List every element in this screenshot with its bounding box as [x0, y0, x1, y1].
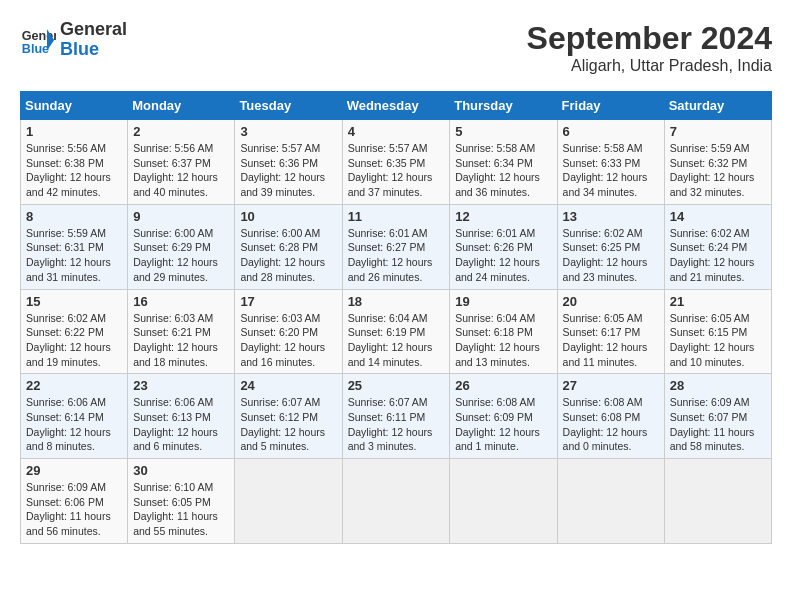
day-info: Sunrise: 6:01 AM Sunset: 6:26 PM Dayligh…	[455, 226, 551, 285]
day-number: 14	[670, 209, 766, 224]
calendar-cell	[342, 459, 450, 544]
day-info: Sunrise: 5:58 AM Sunset: 6:33 PM Dayligh…	[563, 141, 659, 200]
day-number: 1	[26, 124, 122, 139]
calendar-cell: 3Sunrise: 5:57 AM Sunset: 6:36 PM Daylig…	[235, 120, 342, 205]
calendar-cell: 9Sunrise: 6:00 AM Sunset: 6:29 PM Daylig…	[128, 204, 235, 289]
day-number: 24	[240, 378, 336, 393]
day-number: 11	[348, 209, 445, 224]
calendar-cell: 5Sunrise: 5:58 AM Sunset: 6:34 PM Daylig…	[450, 120, 557, 205]
page-subtitle: Aligarh, Uttar Pradesh, India	[527, 57, 772, 75]
calendar-week-1: 1Sunrise: 5:56 AM Sunset: 6:38 PM Daylig…	[21, 120, 772, 205]
day-header-thursday: Thursday	[450, 92, 557, 120]
calendar-cell: 20Sunrise: 6:05 AM Sunset: 6:17 PM Dayli…	[557, 289, 664, 374]
calendar-cell: 28Sunrise: 6:09 AM Sunset: 6:07 PM Dayli…	[664, 374, 771, 459]
calendar-cell: 12Sunrise: 6:01 AM Sunset: 6:26 PM Dayli…	[450, 204, 557, 289]
day-number: 2	[133, 124, 229, 139]
calendar-cell	[235, 459, 342, 544]
day-number: 8	[26, 209, 122, 224]
day-number: 23	[133, 378, 229, 393]
calendar-cell	[557, 459, 664, 544]
header: General Blue General Blue September 2024…	[20, 20, 772, 75]
day-info: Sunrise: 6:06 AM Sunset: 6:13 PM Dayligh…	[133, 395, 229, 454]
day-number: 18	[348, 294, 445, 309]
day-info: Sunrise: 6:08 AM Sunset: 6:08 PM Dayligh…	[563, 395, 659, 454]
day-info: Sunrise: 6:00 AM Sunset: 6:29 PM Dayligh…	[133, 226, 229, 285]
day-info: Sunrise: 6:07 AM Sunset: 6:12 PM Dayligh…	[240, 395, 336, 454]
day-info: Sunrise: 6:02 AM Sunset: 6:25 PM Dayligh…	[563, 226, 659, 285]
day-number: 29	[26, 463, 122, 478]
svg-text:Blue: Blue	[22, 41, 49, 55]
calendar-cell	[450, 459, 557, 544]
title-area: September 2024 Aligarh, Uttar Pradesh, I…	[527, 20, 772, 75]
day-info: Sunrise: 6:04 AM Sunset: 6:19 PM Dayligh…	[348, 311, 445, 370]
day-number: 13	[563, 209, 659, 224]
calendar-cell: 13Sunrise: 6:02 AM Sunset: 6:25 PM Dayli…	[557, 204, 664, 289]
calendar-cell: 24Sunrise: 6:07 AM Sunset: 6:12 PM Dayli…	[235, 374, 342, 459]
logo-icon: General Blue	[20, 22, 56, 58]
calendar-cell: 23Sunrise: 6:06 AM Sunset: 6:13 PM Dayli…	[128, 374, 235, 459]
calendar-cell: 27Sunrise: 6:08 AM Sunset: 6:08 PM Dayli…	[557, 374, 664, 459]
day-number: 5	[455, 124, 551, 139]
calendar-cell: 19Sunrise: 6:04 AM Sunset: 6:18 PM Dayli…	[450, 289, 557, 374]
calendar-week-5: 29Sunrise: 6:09 AM Sunset: 6:06 PM Dayli…	[21, 459, 772, 544]
calendar-cell: 18Sunrise: 6:04 AM Sunset: 6:19 PM Dayli…	[342, 289, 450, 374]
calendar-cell: 15Sunrise: 6:02 AM Sunset: 6:22 PM Dayli…	[21, 289, 128, 374]
day-number: 4	[348, 124, 445, 139]
day-info: Sunrise: 6:07 AM Sunset: 6:11 PM Dayligh…	[348, 395, 445, 454]
day-info: Sunrise: 5:58 AM Sunset: 6:34 PM Dayligh…	[455, 141, 551, 200]
day-number: 6	[563, 124, 659, 139]
calendar-cell: 17Sunrise: 6:03 AM Sunset: 6:20 PM Dayli…	[235, 289, 342, 374]
day-info: Sunrise: 6:03 AM Sunset: 6:20 PM Dayligh…	[240, 311, 336, 370]
day-number: 3	[240, 124, 336, 139]
calendar-cell: 14Sunrise: 6:02 AM Sunset: 6:24 PM Dayli…	[664, 204, 771, 289]
calendar-week-4: 22Sunrise: 6:06 AM Sunset: 6:14 PM Dayli…	[21, 374, 772, 459]
day-header-tuesday: Tuesday	[235, 92, 342, 120]
day-header-wednesday: Wednesday	[342, 92, 450, 120]
day-number: 15	[26, 294, 122, 309]
day-info: Sunrise: 6:04 AM Sunset: 6:18 PM Dayligh…	[455, 311, 551, 370]
calendar-cell: 1Sunrise: 5:56 AM Sunset: 6:38 PM Daylig…	[21, 120, 128, 205]
day-number: 7	[670, 124, 766, 139]
calendar-cell: 30Sunrise: 6:10 AM Sunset: 6:05 PM Dayli…	[128, 459, 235, 544]
day-info: Sunrise: 5:59 AM Sunset: 6:32 PM Dayligh…	[670, 141, 766, 200]
calendar-cell: 10Sunrise: 6:00 AM Sunset: 6:28 PM Dayli…	[235, 204, 342, 289]
day-info: Sunrise: 6:02 AM Sunset: 6:22 PM Dayligh…	[26, 311, 122, 370]
logo-text: General Blue	[60, 20, 127, 60]
day-header-sunday: Sunday	[21, 92, 128, 120]
day-info: Sunrise: 6:01 AM Sunset: 6:27 PM Dayligh…	[348, 226, 445, 285]
day-header-monday: Monday	[128, 92, 235, 120]
calendar-cell: 25Sunrise: 6:07 AM Sunset: 6:11 PM Dayli…	[342, 374, 450, 459]
day-info: Sunrise: 6:09 AM Sunset: 6:07 PM Dayligh…	[670, 395, 766, 454]
day-number: 28	[670, 378, 766, 393]
day-info: Sunrise: 6:10 AM Sunset: 6:05 PM Dayligh…	[133, 480, 229, 539]
day-number: 16	[133, 294, 229, 309]
day-info: Sunrise: 6:06 AM Sunset: 6:14 PM Dayligh…	[26, 395, 122, 454]
calendar-cell	[664, 459, 771, 544]
day-info: Sunrise: 6:03 AM Sunset: 6:21 PM Dayligh…	[133, 311, 229, 370]
day-info: Sunrise: 6:05 AM Sunset: 6:17 PM Dayligh…	[563, 311, 659, 370]
day-number: 21	[670, 294, 766, 309]
page-title: September 2024	[527, 20, 772, 57]
day-number: 9	[133, 209, 229, 224]
day-number: 26	[455, 378, 551, 393]
day-number: 19	[455, 294, 551, 309]
calendar-cell: 29Sunrise: 6:09 AM Sunset: 6:06 PM Dayli…	[21, 459, 128, 544]
calendar-cell: 7Sunrise: 5:59 AM Sunset: 6:32 PM Daylig…	[664, 120, 771, 205]
day-info: Sunrise: 5:56 AM Sunset: 6:38 PM Dayligh…	[26, 141, 122, 200]
calendar-cell: 21Sunrise: 6:05 AM Sunset: 6:15 PM Dayli…	[664, 289, 771, 374]
day-number: 30	[133, 463, 229, 478]
calendar-week-3: 15Sunrise: 6:02 AM Sunset: 6:22 PM Dayli…	[21, 289, 772, 374]
calendar-cell: 26Sunrise: 6:08 AM Sunset: 6:09 PM Dayli…	[450, 374, 557, 459]
day-info: Sunrise: 6:08 AM Sunset: 6:09 PM Dayligh…	[455, 395, 551, 454]
day-number: 25	[348, 378, 445, 393]
calendar-cell: 16Sunrise: 6:03 AM Sunset: 6:21 PM Dayli…	[128, 289, 235, 374]
day-info: Sunrise: 6:00 AM Sunset: 6:28 PM Dayligh…	[240, 226, 336, 285]
day-header-friday: Friday	[557, 92, 664, 120]
calendar-week-2: 8Sunrise: 5:59 AM Sunset: 6:31 PM Daylig…	[21, 204, 772, 289]
calendar-cell: 8Sunrise: 5:59 AM Sunset: 6:31 PM Daylig…	[21, 204, 128, 289]
calendar-cell: 2Sunrise: 5:56 AM Sunset: 6:37 PM Daylig…	[128, 120, 235, 205]
day-info: Sunrise: 5:56 AM Sunset: 6:37 PM Dayligh…	[133, 141, 229, 200]
day-number: 10	[240, 209, 336, 224]
day-number: 27	[563, 378, 659, 393]
logo: General Blue General Blue	[20, 20, 127, 60]
